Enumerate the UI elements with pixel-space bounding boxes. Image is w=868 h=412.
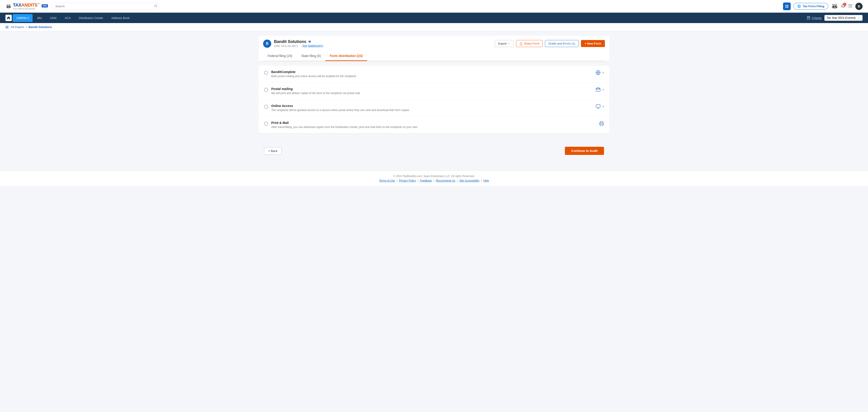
svg-point-14 bbox=[851, 7, 852, 7]
new-form-label: + New Form bbox=[585, 42, 601, 45]
svg-rect-27 bbox=[600, 124, 603, 125]
dist-icon-postal-mailing: ▾ bbox=[596, 87, 604, 92]
export-dropdown-icon bbox=[508, 42, 510, 45]
top-header: 🦝 TAXANDITS™ PRO Your 1099 & W2 Experts … bbox=[0, 0, 868, 13]
share-label: Share Form bbox=[524, 42, 539, 45]
toolbar-actions: Export Share Form Drafts and Errors (1) … bbox=[495, 40, 605, 47]
page-footer-nav: < Back Continue to Audit bbox=[258, 142, 610, 159]
tabs-bar: Federal filing (23) State filing (0) For… bbox=[263, 51, 605, 61]
svg-line-1 bbox=[156, 6, 157, 7]
chevron-down-icon-1[interactable]: ▾ bbox=[602, 71, 604, 75]
tax-form-icon: 🌐 bbox=[797, 4, 801, 8]
header-right: 🌐 Tax Form Filing 🦝 0 B bbox=[783, 2, 863, 10]
payer-avatar: B bbox=[263, 39, 271, 48]
tax-year-select[interactable]: Tax Year 2023 (Current) bbox=[825, 15, 863, 21]
dist-desc-online-access: The recipients will be granted access to… bbox=[271, 109, 592, 112]
nav-item-1042[interactable]: 1042 bbox=[46, 14, 60, 22]
svg-rect-18 bbox=[6, 27, 7, 28]
footer-link-help[interactable]: Help bbox=[484, 179, 489, 182]
nav-item-1099w2[interactable]: 1099/W-2 bbox=[13, 14, 33, 22]
logo-tagline: Your 1099 & W2 Experts bbox=[13, 8, 48, 10]
tab-federal-filing[interactable]: Federal filing (23) bbox=[263, 51, 297, 61]
dist-text-print-mail: Print & Mail After transmitting, you can… bbox=[271, 121, 596, 129]
svg-rect-3 bbox=[787, 5, 788, 6]
search-input[interactable] bbox=[52, 3, 160, 10]
svg-rect-5 bbox=[787, 6, 788, 8]
footer-link-recommend[interactable]: Recommend Us bbox=[436, 179, 455, 182]
svg-rect-19 bbox=[7, 27, 8, 28]
payer-name-text: Bandit Solutions bbox=[274, 39, 306, 44]
svg-point-13 bbox=[850, 7, 850, 7]
logo-tax: TAX bbox=[13, 2, 21, 7]
radio-online-access[interactable] bbox=[264, 105, 268, 109]
dist-option-online-access[interactable]: Online Access The recipients will be gra… bbox=[258, 99, 610, 116]
back-button[interactable]: < Back bbox=[264, 147, 282, 155]
breadcrumb: All Payers > Bandit Solutions bbox=[0, 23, 868, 31]
svg-point-8 bbox=[851, 4, 852, 5]
tab-form-distribution[interactable]: Form distribution (23) bbox=[325, 51, 367, 61]
notification-bell[interactable]: 0 bbox=[841, 4, 845, 9]
search-icon[interactable] bbox=[154, 4, 157, 8]
footer-link-accessibility[interactable]: Site Accessibility bbox=[459, 179, 479, 182]
footer-link-feedback[interactable]: Feedback bbox=[420, 179, 432, 182]
export-button[interactable]: Export bbox=[495, 40, 514, 47]
printer-icon bbox=[599, 121, 604, 126]
continue-to-audit-button[interactable]: Continue to Audit bbox=[565, 147, 604, 155]
breadcrumb-all-payers[interactable]: All Payers bbox=[11, 25, 24, 29]
share-icon bbox=[520, 42, 523, 45]
payer-ref: Ref: QWER12471 bbox=[302, 45, 324, 48]
footer-links: Terms of Use | Privacy Policy | Feedback… bbox=[4, 179, 864, 182]
radio-print-mail[interactable] bbox=[264, 122, 268, 126]
dist-option-bandit-complete[interactable]: BanditComplete Both postal mailing and o… bbox=[258, 66, 610, 83]
home-nav-button[interactable] bbox=[5, 15, 12, 21]
svg-rect-2 bbox=[785, 5, 786, 6]
radio-bandit-complete[interactable] bbox=[264, 71, 268, 75]
logo-icon: 🦝 bbox=[5, 3, 11, 9]
tax-form-filing-button[interactable]: 🌐 Tax Form Filing bbox=[794, 3, 828, 9]
radio-postal-mailing[interactable] bbox=[264, 88, 268, 92]
main-content: B Bandit Solutions 👁 SSN: XXX-XX-4671 Re… bbox=[253, 31, 615, 164]
payer-header: B Bandit Solutions 👁 SSN: XXX-XX-4671 Re… bbox=[263, 39, 605, 51]
grid-icon-button[interactable] bbox=[783, 2, 791, 10]
cart-label: 0 forms bbox=[812, 16, 822, 20]
tax-year-label: Tax Year 2023 (Current) bbox=[827, 16, 856, 20]
svg-point-6 bbox=[849, 4, 849, 5]
tab-state-filing[interactable]: State filing (0) bbox=[297, 51, 325, 61]
svg-point-0 bbox=[155, 4, 157, 6]
dist-icon-bandit-complete: ▾ bbox=[596, 70, 604, 75]
payer-section: B Bandit Solutions 👁 SSN: XXX-XX-4671 Re… bbox=[258, 36, 610, 61]
drafts-errors-button[interactable]: Drafts and Errors (1) bbox=[545, 40, 579, 47]
chevron-down-icon-2[interactable]: ▾ bbox=[602, 88, 604, 91]
footer-link-privacy[interactable]: Privacy Policy bbox=[399, 179, 416, 182]
footer-link-terms[interactable]: Terms of Use bbox=[379, 179, 395, 182]
distribution-options-container: BanditComplete Both postal mailing and o… bbox=[258, 66, 610, 133]
share-form-button[interactable]: Share Form bbox=[516, 40, 543, 47]
nav-item-addressbook[interactable]: Address Book bbox=[107, 14, 133, 22]
drafts-label: Drafts and Errors (1) bbox=[548, 42, 575, 45]
user-avatar[interactable]: B bbox=[855, 3, 863, 10]
dist-title-print-mail: Print & Mail bbox=[271, 121, 596, 125]
dist-title-bandit-complete: BanditComplete bbox=[271, 70, 592, 74]
online-portal-icon bbox=[596, 104, 600, 109]
breadcrumb-current: Bandit Solutions bbox=[29, 25, 52, 29]
dist-option-print-mail[interactable]: Print & Mail After transmitting, you can… bbox=[258, 116, 610, 133]
dist-icon-online-access: ▾ bbox=[596, 104, 604, 109]
eye-icon[interactable]: 👁 bbox=[308, 40, 311, 43]
new-form-button[interactable]: + New Form bbox=[581, 40, 605, 47]
logo-bandits: ANDITS bbox=[21, 2, 37, 7]
dist-option-postal-mailing[interactable]: Postal mailing We will print and deliver… bbox=[258, 83, 610, 99]
svg-point-12 bbox=[849, 7, 849, 7]
nav-item-distribution[interactable]: Distribution Center bbox=[75, 14, 107, 22]
search-bar bbox=[52, 3, 160, 10]
nav-right: 0 forms Tax Year 2023 (Current) bbox=[807, 15, 863, 21]
cart-button[interactable]: 0 forms bbox=[807, 16, 822, 20]
dist-title-postal-mailing: Postal mailing bbox=[271, 87, 592, 91]
apps-icon[interactable] bbox=[848, 4, 852, 9]
payer-name-block: Bandit Solutions 👁 SSN: XXX-XX-4671 Ref:… bbox=[274, 39, 324, 48]
dist-text-bandit-complete: BanditComplete Both postal mailing and o… bbox=[271, 70, 592, 78]
nav-item-94x[interactable]: 94x bbox=[33, 14, 45, 22]
nav-item-aca[interactable]: ACA bbox=[61, 14, 74, 22]
svg-point-11 bbox=[851, 5, 852, 6]
site-footer: © 2024 TaxBandits.com, Span Enterprises … bbox=[0, 171, 868, 186]
chevron-down-icon-3[interactable]: ▾ bbox=[602, 105, 604, 108]
